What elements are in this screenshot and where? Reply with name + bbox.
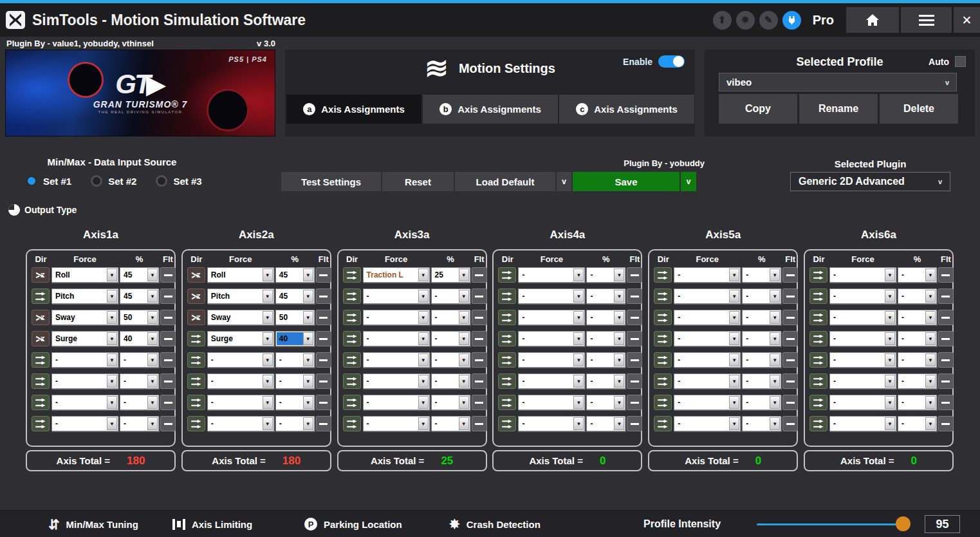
force-select[interactable]: Sway▼ (207, 310, 274, 325)
direction-toggle-button[interactable] (343, 416, 361, 431)
force-select[interactable]: -▼ (674, 352, 741, 368)
force-select[interactable]: -▼ (829, 331, 896, 346)
force-select[interactable]: -▼ (518, 331, 585, 346)
filter-button[interactable] (782, 395, 798, 410)
filter-button[interactable] (938, 352, 954, 368)
force-select[interactable]: -▼ (51, 416, 118, 431)
percent-select[interactable]: 45▼ (120, 288, 159, 304)
force-select[interactable]: -▼ (829, 310, 896, 325)
percent-select[interactable]: -▼ (742, 416, 781, 431)
direction-toggle-button[interactable] (187, 395, 205, 410)
percent-select[interactable]: -▼ (431, 288, 470, 304)
force-select[interactable]: -▼ (674, 373, 741, 389)
percent-select[interactable]: 40▼ (275, 331, 315, 346)
percent-select[interactable]: -▼ (742, 352, 781, 368)
footer-item-axis-limiting[interactable]: Axis Limiting (172, 511, 252, 537)
force-select[interactable]: Roll▼ (51, 267, 118, 283)
plug-icon[interactable] (782, 11, 801, 30)
filter-button[interactable] (160, 310, 176, 325)
force-select[interactable]: -▼ (518, 352, 585, 368)
update-icon[interactable]: ⬆ (713, 11, 732, 30)
direction-toggle-button[interactable] (654, 373, 672, 389)
tab-axis-assignments-c[interactable]: cAxis Assignments (559, 95, 694, 124)
filter-button[interactable] (627, 267, 642, 283)
direction-toggle-button[interactable] (343, 331, 361, 346)
filter-button[interactable] (627, 288, 642, 304)
filter-button[interactable] (782, 267, 798, 283)
direction-toggle-button[interactable] (32, 395, 50, 410)
force-select[interactable]: Traction L▼ (363, 267, 430, 283)
force-select[interactable]: Surge▼ (51, 331, 118, 346)
percent-select[interactable]: -▼ (586, 395, 625, 410)
home-button[interactable] (846, 7, 899, 33)
profile-intensity-value[interactable]: 95 (925, 515, 960, 533)
edit-icon[interactable]: ✎ (759, 11, 778, 30)
percent-select[interactable]: -▼ (586, 267, 625, 283)
percent-select[interactable]: -▼ (898, 352, 937, 368)
load-default-dropdown-button[interactable]: v (557, 172, 571, 191)
force-select[interactable]: -▼ (363, 331, 430, 346)
percent-select[interactable]: 25▼ (431, 267, 470, 283)
percent-select[interactable]: -▼ (898, 310, 937, 325)
filter-button[interactable] (160, 373, 176, 389)
direction-toggle-button[interactable] (343, 352, 361, 368)
filter-button[interactable] (316, 416, 331, 431)
force-select[interactable]: -▼ (207, 373, 274, 389)
percent-select[interactable]: -▼ (586, 331, 625, 346)
percent-select[interactable]: -▼ (275, 352, 315, 368)
percent-select[interactable]: -▼ (120, 416, 159, 431)
direction-toggle-button[interactable] (498, 331, 516, 346)
direction-toggle-button[interactable] (343, 310, 361, 325)
radio-set-2[interactable]: Set #2 (91, 175, 136, 187)
direction-toggle-button[interactable] (32, 416, 50, 431)
direction-toggle-button[interactable] (187, 288, 205, 304)
filter-button[interactable] (472, 331, 487, 346)
save-dropdown-button[interactable]: v (681, 172, 696, 191)
percent-select[interactable]: -▼ (431, 416, 470, 431)
filter-button[interactable] (938, 288, 954, 304)
direction-toggle-button[interactable] (32, 310, 50, 325)
filter-button[interactable] (160, 352, 176, 368)
percent-select[interactable]: -▼ (898, 288, 937, 304)
percent-select[interactable]: 45▼ (275, 267, 315, 283)
percent-select[interactable]: -▼ (120, 352, 159, 368)
direction-toggle-button[interactable] (654, 267, 672, 283)
force-select[interactable]: -▼ (674, 416, 741, 431)
filter-button[interactable] (938, 395, 954, 410)
close-button[interactable]: ✕ (954, 7, 980, 33)
direction-toggle-button[interactable] (809, 373, 827, 389)
direction-toggle-button[interactable] (654, 352, 672, 368)
game-banner[interactable]: PS5 | PS4 GT▶ GRAN TURISMO® 7 THE REAL D… (5, 50, 275, 137)
percent-select[interactable]: -▼ (898, 395, 937, 410)
filter-button[interactable] (472, 267, 487, 283)
filter-button[interactable] (938, 331, 954, 346)
percent-select[interactable]: -▼ (586, 416, 625, 431)
filter-button[interactable] (472, 310, 487, 325)
filter-button[interactable] (472, 288, 487, 304)
direction-toggle-button[interactable] (654, 288, 672, 304)
direction-toggle-button[interactable] (187, 331, 205, 346)
filter-button[interactable] (627, 373, 642, 389)
filter-button[interactable] (782, 331, 798, 346)
force-select[interactable]: -▼ (51, 373, 118, 389)
direction-toggle-button[interactable] (809, 267, 827, 283)
force-select[interactable]: -▼ (207, 395, 274, 410)
filter-button[interactable] (472, 395, 487, 410)
direction-toggle-button[interactable] (32, 288, 50, 304)
filter-button[interactable] (316, 288, 331, 304)
force-select[interactable]: -▼ (674, 331, 741, 346)
percent-select[interactable]: -▼ (431, 352, 470, 368)
percent-select[interactable]: -▼ (898, 373, 937, 389)
force-select[interactable]: -▼ (674, 267, 741, 283)
force-select[interactable]: Pitch▼ (207, 288, 274, 304)
force-select[interactable]: Sway▼ (51, 310, 118, 325)
direction-toggle-button[interactable] (498, 288, 516, 304)
auto-checkbox[interactable] (955, 56, 966, 67)
percent-select[interactable]: 45▼ (120, 267, 159, 283)
direction-toggle-button[interactable] (498, 352, 516, 368)
footer-item-crash-detection[interactable]: ✸Crash Detection (449, 511, 541, 537)
profile-intensity-slider[interactable] (757, 523, 910, 525)
direction-toggle-button[interactable] (809, 310, 827, 325)
filter-button[interactable] (782, 373, 798, 389)
force-select[interactable]: -▼ (518, 395, 585, 410)
